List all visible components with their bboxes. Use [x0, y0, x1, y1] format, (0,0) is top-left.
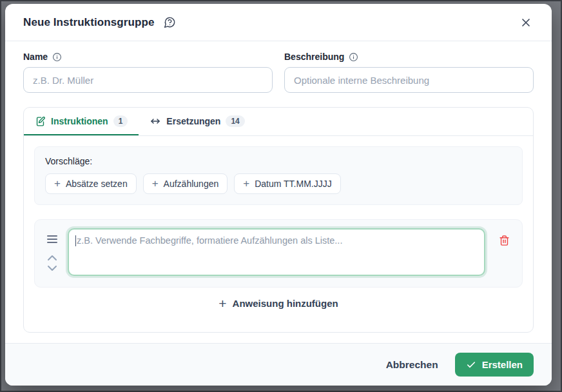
add-instruction-label: Anweisung hinzufügen: [233, 298, 338, 309]
cancel-button[interactable]: Abbrechen: [386, 359, 438, 371]
plus-icon: +: [218, 299, 226, 309]
plus-icon: +: [152, 179, 159, 188]
modal-backdrop: Neue Instruktionsgruppe: [0, 0, 562, 392]
tab-ersetzungen[interactable]: Ersetzungen 14: [139, 108, 255, 135]
close-icon: [519, 16, 532, 29]
description-input[interactable]: [284, 67, 534, 93]
move-up-button[interactable]: [45, 253, 59, 263]
trash-icon: [499, 235, 510, 246]
instruction-textarea[interactable]: [68, 228, 485, 276]
chip-label: Datum TT.MM.JJJJ: [255, 179, 332, 189]
new-instruction-group-dialog: Neue Instruktionsgruppe: [5, 4, 552, 386]
tab-bar: Instruktionen 1 Ersetzungen 14: [24, 108, 533, 136]
name-input[interactable]: [23, 67, 273, 93]
suggestions-box: Vorschläge: + Absätze setzen + Aufzählun…: [34, 146, 523, 205]
chip-label: Aufzählungen: [164, 179, 219, 189]
chevron-down-icon: [46, 264, 58, 272]
suggestions-label: Vorschläge:: [45, 156, 512, 166]
drag-handle-icon[interactable]: [46, 235, 58, 244]
tab-count-badge: 1: [113, 115, 128, 127]
info-icon[interactable]: [349, 52, 358, 62]
create-button[interactable]: Erstellen: [455, 353, 534, 377]
plus-icon: +: [54, 179, 61, 188]
check-icon: [466, 360, 476, 370]
plus-icon: +: [243, 179, 249, 188]
delete-instruction-button[interactable]: [496, 232, 512, 249]
description-field-group: Beschreibung: [284, 52, 534, 93]
dialog-header: Neue Instruktionsgruppe: [5, 4, 552, 41]
suggestion-chip-aufzaehlungen[interactable]: + Aufzählungen: [143, 173, 228, 194]
suggestion-chip-absaetze[interactable]: + Absätze setzen: [45, 173, 137, 194]
move-down-button[interactable]: [45, 263, 59, 273]
name-label: Name: [23, 52, 48, 62]
suggestion-chip-datum[interactable]: + Datum TT.MM.JJJJ: [234, 173, 340, 194]
tab-instruktionen[interactable]: Instruktionen 1: [24, 108, 139, 135]
instructions-panel: Vorschläge: + Absätze setzen + Aufzählun…: [24, 136, 533, 332]
tab-count-badge: 14: [226, 115, 244, 127]
info-icon[interactable]: [52, 52, 62, 62]
description-label: Beschreibung: [284, 52, 344, 62]
chevron-up-icon: [46, 254, 58, 262]
tab-label: Ersetzungen: [166, 116, 220, 126]
tabs-card: Instruktionen 1 Ersetzungen 14 Vorsch: [23, 107, 534, 333]
swap-arrows-icon: [150, 115, 161, 127]
create-button-label: Erstellen: [482, 359, 523, 370]
help-bubble-icon[interactable]: [161, 14, 179, 31]
tab-label: Instruktionen: [51, 116, 108, 126]
dialog-body: Name Beschreibung: [5, 41, 552, 343]
dialog-title: Neue Instruktionsgruppe: [23, 16, 155, 29]
close-button[interactable]: [517, 14, 535, 32]
file-pen-icon: [35, 116, 46, 127]
add-instruction-button[interactable]: + Anweisung hinzufügen: [218, 298, 338, 309]
text-cursor: [75, 235, 76, 246]
chip-label: Absätze setzen: [66, 179, 128, 189]
name-field-group: Name: [23, 52, 273, 93]
dialog-footer: Abbrechen Erstellen: [5, 343, 552, 386]
instruction-row: [34, 219, 523, 288]
